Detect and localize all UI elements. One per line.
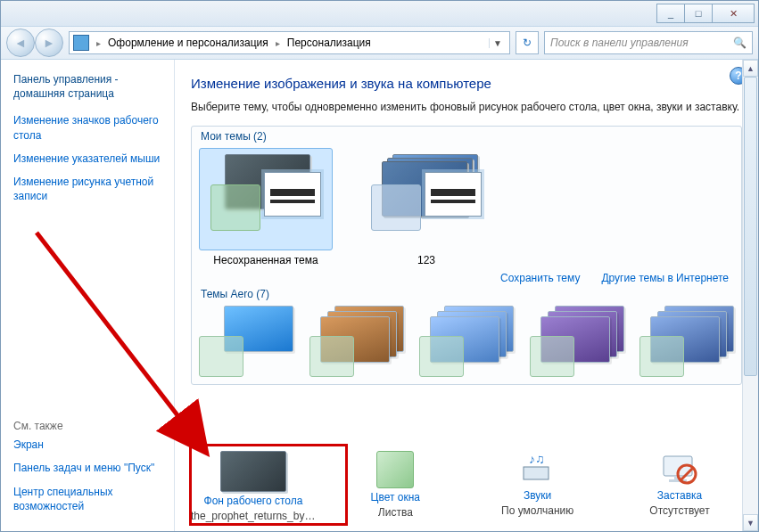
window-color-option[interactable]: Цвет окна Листва — [333, 451, 458, 519]
wallpaper-icon — [220, 451, 286, 492]
option-label: Цвет окна — [371, 491, 420, 503]
chevron-right-icon: ▸ — [96, 38, 101, 48]
chevron-right-icon: ▸ — [276, 38, 280, 48]
screensaver-option[interactable]: Заставка Отсутствует — [617, 451, 742, 517]
breadcrumb[interactable]: Оформление и персонализация — [108, 37, 268, 49]
theme-window-preview — [425, 172, 482, 217]
group-my-themes: Мои темы (2) Несохраненная тема — [191, 126, 742, 385]
theme-glass-swatch — [371, 184, 421, 231]
back-icon: ◄ — [14, 36, 27, 50]
group-title-aero: Темы Aero (7) — [201, 288, 734, 300]
search-icon: 🔍 — [733, 37, 747, 49]
option-value: the_prophet_returns_by_m... — [191, 510, 316, 522]
sound-icon: ♪♫ — [509, 451, 566, 487]
option-value: Листва — [378, 506, 413, 519]
breadcrumb[interactable]: Персонализация — [287, 37, 371, 49]
scroll-down-button[interactable]: ▼ — [743, 514, 758, 531]
option-label: Звуки — [524, 489, 551, 502]
navbar: ◄ ► ▸ Оформление и персонализация ▸ Перс… — [1, 27, 758, 60]
minimize-button[interactable]: _ — [656, 4, 685, 23]
refresh-button[interactable]: ↻ — [516, 31, 539, 54]
theme-glass-swatch — [210, 184, 260, 231]
theme-label: Несохраненная тема — [213, 254, 318, 266]
sidebar: Панель управления - домашняя страница Из… — [1, 60, 175, 531]
refresh-icon: ↻ — [523, 37, 532, 49]
option-value: Отсутствует — [649, 504, 709, 517]
page-description: Выберите тему, чтобы одновременно измени… — [191, 100, 742, 115]
theme-item-aero[interactable] — [419, 306, 514, 382]
scroll-track[interactable] — [743, 77, 758, 514]
window: _ □ ✕ ◄ ► ▸ Оформление и персонализация … — [0, 0, 759, 532]
maximize-icon: □ — [696, 8, 702, 19]
sounds-option[interactable]: ♪♫ Звуки По умолчанию — [475, 451, 600, 517]
minimize-icon: _ — [668, 8, 673, 19]
address-bar[interactable]: ▸ Оформление и персонализация ▸ Персонал… — [69, 31, 510, 54]
option-value: По умолчанию — [501, 504, 573, 517]
sidebar-link-account-picture[interactable]: Изменение рисунка учетной записи — [13, 175, 165, 203]
close-icon: ✕ — [730, 8, 738, 20]
scrollbar[interactable]: ▲ ▼ — [742, 60, 758, 531]
theme-item-123[interactable]: 123 — [359, 148, 493, 266]
theme-window-preview — [264, 172, 321, 217]
forward-button[interactable]: ► — [35, 29, 63, 57]
screensaver-icon — [651, 451, 708, 487]
option-label: Фон рабочего стола — [204, 495, 303, 507]
scroll-thumb[interactable] — [744, 77, 757, 376]
address-dropdown[interactable]: ▼ — [489, 38, 506, 48]
sidebar-link-desktop-icons[interactable]: Изменение значков рабочего стола — [13, 113, 165, 142]
desktop-background-option[interactable]: Фон рабочего стола the_prophet_returns_b… — [191, 451, 316, 522]
theme-label: 123 — [417, 254, 435, 266]
group-title-my: Мои темы (2) — [201, 130, 734, 143]
sidebar-link-mouse-pointers[interactable]: Изменение указателей мыши — [13, 151, 165, 166]
theme-item-aero[interactable] — [199, 306, 293, 382]
search-placeholder: Поиск в панели управления — [550, 37, 689, 49]
close-button[interactable]: ✕ — [712, 4, 755, 23]
sidebar-link-ease-of-access[interactable]: Центр специальных возможностей — [13, 485, 165, 513]
sidebar-link-taskbar[interactable]: Панель задач и меню "Пуск" — [13, 461, 165, 475]
scroll-up-button[interactable]: ▲ — [743, 60, 758, 77]
bottom-options: Фон рабочего стола the_prophet_returns_b… — [191, 451, 742, 522]
svg-rect-0 — [524, 467, 549, 479]
back-button[interactable]: ◄ — [6, 29, 35, 57]
svg-text:♪♫: ♪♫ — [529, 452, 545, 466]
content: ? ▲ ▼ Изменение изображения и звука на к… — [175, 60, 758, 531]
color-icon — [376, 451, 414, 488]
forward-icon: ► — [43, 36, 55, 50]
option-label: Заставка — [657, 489, 703, 502]
theme-item-aero[interactable] — [530, 306, 624, 382]
theme-item-unsaved[interactable]: Несохраненная тема — [199, 148, 333, 266]
themes-online-link[interactable]: Другие темы в Интернете — [601, 272, 729, 284]
control-panel-icon — [73, 35, 89, 51]
titlebar: _ □ ✕ — [1, 1, 758, 27]
theme-item-aero[interactable] — [309, 306, 404, 382]
search-input[interactable]: Поиск в панели управления 🔍 — [544, 31, 753, 54]
save-theme-link[interactable]: Сохранить тему — [500, 272, 580, 284]
page-title: Изменение изображения и звука на компьют… — [191, 76, 742, 91]
sidebar-home[interactable]: Панель управления - домашняя страница — [13, 72, 165, 101]
maximize-button[interactable]: □ — [684, 4, 713, 23]
sidebar-link-display[interactable]: Экран — [13, 438, 165, 452]
theme-item-aero[interactable] — [639, 306, 734, 382]
see-also-label: См. также — [13, 420, 165, 432]
